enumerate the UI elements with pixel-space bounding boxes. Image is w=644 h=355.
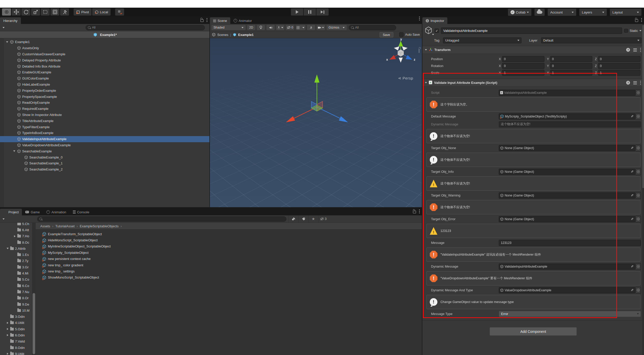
shading-mode-dropdown[interactable]: Shaded	[211, 25, 246, 30]
menu-dots-icon[interactable]	[419, 18, 420, 19]
save-button[interactable]: Save	[380, 32, 394, 37]
2d-toggle[interactable]: 2D	[247, 25, 255, 30]
lock-icon[interactable]	[200, 19, 204, 22]
x-value-field[interactable]: 0	[502, 56, 544, 62]
folder-item[interactable]: 6.Co	[0, 283, 32, 289]
script-component-header[interactable]: # Validate Input Attribute Example (Scri…	[422, 79, 644, 87]
folder-item[interactable]: 9.Utilit	[0, 351, 32, 355]
text-field[interactable]: 这个物体不应该为空!	[499, 121, 641, 127]
grid-snap-button[interactable]	[115, 8, 124, 16]
active-checkbox[interactable]: ✓	[435, 29, 439, 33]
layer-dropdown[interactable]: Default	[541, 37, 642, 43]
object-field[interactable]: None (Game Object)✎	[499, 192, 636, 199]
cloud-button[interactable]	[534, 9, 545, 16]
hierarchy-item[interactable]: PropertyOrderExample	[0, 87, 209, 94]
scene-search-input[interactable]: All	[349, 25, 396, 30]
asset-item[interactable]: {} new persistent context cache	[42, 256, 422, 262]
object-picker-button[interactable]	[636, 89, 641, 96]
object-picker-button[interactable]	[636, 216, 641, 222]
hidden-count-button[interactable]: 3	[318, 215, 328, 222]
tab-hierarchy[interactable]: Hierarchy	[0, 17, 21, 24]
presets-icon[interactable]	[633, 81, 637, 84]
message-type-dropdown[interactable]: Error	[499, 311, 641, 317]
edit-pencil-icon[interactable]: ✎	[631, 170, 634, 174]
grid-visibility-dropdown[interactable]	[296, 25, 305, 30]
icon-picker-caret[interactable]	[432, 34, 434, 35]
asset-item[interactable]: {} ShowMonoScript_ScriptableObject	[42, 274, 422, 281]
audio-toggle[interactable]	[266, 25, 275, 30]
object-picker-button[interactable]	[636, 192, 641, 199]
crumb-scene-name[interactable]: Example1	[238, 33, 254, 37]
rect-tool-button[interactable]	[41, 8, 50, 16]
hierarchy-item[interactable]: Show In Inspector Attribute	[0, 112, 209, 118]
move-tool-button[interactable]	[12, 8, 21, 16]
static-flags-caret[interactable]	[639, 30, 641, 31]
object-picker-button[interactable]	[636, 263, 641, 270]
asset-item[interactable]: {} MyScripty_ScriptableObject	[42, 249, 422, 256]
z-value-field[interactable]: 1	[598, 70, 640, 76]
move-gizmo[interactable]	[279, 69, 355, 140]
folder-item[interactable]: 10.M	[0, 307, 32, 313]
inspector-scrollbar[interactable]	[642, 24, 644, 355]
play-button[interactable]	[291, 8, 303, 16]
hierarchy-item[interactable]: Example1	[0, 39, 209, 45]
folder-item[interactable]: 5.Ch	[0, 223, 32, 227]
bottom-panel-tab[interactable]: Console	[70, 209, 93, 215]
hierarchy-item[interactable]: TypeInfoBoxExample	[0, 130, 209, 136]
object-field[interactable]: #ValidateInputAttributeExample	[499, 90, 636, 96]
expand-arrow[interactable]	[6, 248, 10, 249]
text-field[interactable]: 123123	[499, 240, 641, 246]
lock-icon[interactable]	[635, 19, 638, 22]
layout-dropdown[interactable]: Layout	[610, 9, 641, 16]
object-picker-button[interactable]	[636, 113, 641, 120]
view-tool-button[interactable]	[2, 8, 11, 16]
camera-settings-dropdown[interactable]	[317, 25, 325, 30]
effects-dropdown[interactable]	[276, 25, 284, 30]
edit-pencil-icon[interactable]: ✎	[631, 217, 634, 221]
create-dropdown-icon[interactable]	[3, 27, 5, 28]
search-by-label-button[interactable]	[298, 215, 308, 222]
z-value-field[interactable]: 0	[598, 63, 640, 69]
breadcrumb-item[interactable]: TutorialAsset	[55, 224, 80, 228]
gameobject-name-field[interactable]: ValidateInputAttributeExample	[441, 28, 622, 34]
expand-arrow[interactable]	[13, 235, 17, 237]
tab-inspector[interactable]: i Inspector	[422, 17, 447, 24]
asset-item[interactable]: {} MyInlineScriptableObject_ScriptableOb…	[42, 243, 422, 249]
hierarchy-item[interactable]: SearchableExample_2	[0, 166, 209, 173]
y-value-field[interactable]: 0	[550, 63, 592, 69]
menu-dots-icon[interactable]	[640, 49, 641, 50]
hierarchy-item[interactable]: RequiredExample	[0, 106, 209, 112]
x-value-field[interactable]: 1	[502, 70, 544, 76]
folder-item[interactable]: 3.Odin	[0, 313, 32, 320]
folder-item[interactable]: 2.Ty	[0, 258, 32, 264]
gizmos-dropdown[interactable]: Gizmos	[327, 25, 347, 30]
asset-item[interactable]: {} HideMonoScript_ScriptableObject	[42, 237, 422, 243]
scale-tool-button[interactable]	[31, 8, 40, 16]
expand-arrow[interactable]	[6, 353, 10, 355]
folder-item[interactable]: 1.Es	[0, 252, 32, 258]
edit-pencil-icon[interactable]: ✎	[631, 193, 634, 197]
layers-dropdown[interactable]: Layers	[579, 9, 607, 16]
create-dropdown-icon[interactable]	[3, 218, 5, 220]
bottom-panel-tab[interactable]: Animation	[43, 209, 70, 215]
pivot-toggle-button[interactable]: Pivot	[74, 8, 91, 16]
x-value-field[interactable]: 0	[502, 63, 544, 69]
asset-item[interactable]: {} new tmp_ settings	[42, 268, 422, 274]
folder-item[interactable]: 2.Attrib	[0, 245, 32, 252]
foldout-arrow[interactable]	[425, 49, 427, 50]
folder-item[interactable]: 7.Ho	[0, 233, 32, 239]
folder-item[interactable]: 8.Or	[0, 295, 32, 301]
edit-pencil-icon[interactable]: ✎	[631, 114, 634, 118]
project-search-input[interactable]	[37, 216, 286, 222]
y-value-field[interactable]: 1	[550, 70, 592, 76]
hierarchy-item[interactable]: ReadOnlyExample	[0, 100, 209, 106]
menu-dots-icon[interactable]	[207, 20, 207, 20]
scene-header-row[interactable]: Example1*	[0, 31, 209, 38]
expand-arrow[interactable]	[6, 322, 10, 324]
object-field[interactable]: None (Game Object)✎	[499, 216, 636, 222]
hierarchy-item[interactable]: SearchableExample_0	[0, 154, 209, 160]
expand-arrow[interactable]	[6, 328, 10, 330]
hierarchy-item[interactable]: PropertySpaceExample	[0, 94, 209, 100]
object-picker-button[interactable]	[636, 287, 641, 294]
local-toggle-button[interactable]: Local	[92, 8, 111, 16]
